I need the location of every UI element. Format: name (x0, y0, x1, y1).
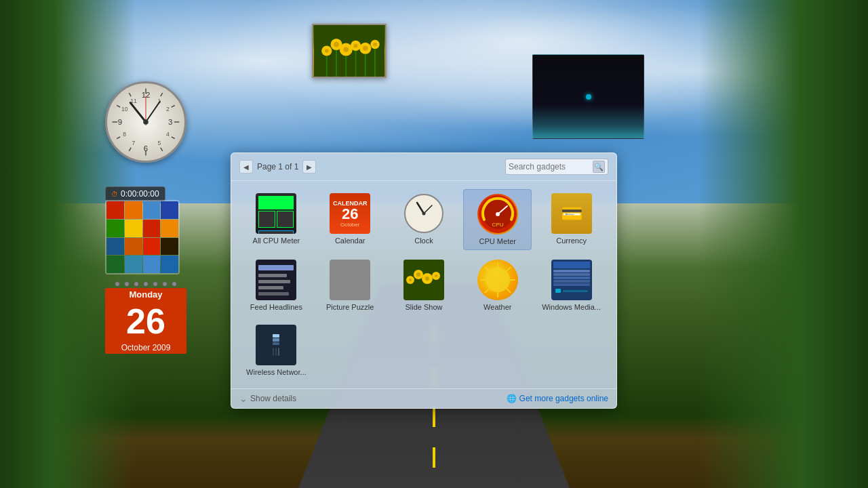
svg-line-72 (507, 267, 511, 271)
prev-page-button[interactable]: ◀ (239, 160, 253, 174)
gadget-item-slide-show[interactable]: Slide Show (390, 256, 458, 315)
gadget-item-label: Windows Media... (542, 303, 601, 311)
svg-line-5 (161, 148, 163, 151)
gadget-item-label: Calendar (335, 237, 366, 245)
wireless-bar (273, 334, 279, 338)
svg-text:9: 9 (118, 118, 122, 126)
wireless-bar (273, 342, 279, 345)
svg-text:6: 6 (144, 144, 148, 152)
svg-line-24 (130, 103, 146, 123)
globe-icon: 🌐 (507, 394, 517, 403)
gadget-item-currency[interactable]: 💳 Currency (537, 189, 606, 250)
timer-icon: ⏱ (111, 190, 118, 198)
svg-text:8: 8 (123, 131, 126, 138)
feed-line (258, 274, 287, 277)
gadget-item-feed-headlines[interactable]: Feed Headlines (242, 256, 311, 315)
svg-point-65 (486, 268, 510, 292)
svg-line-8 (117, 137, 120, 139)
network-graph-bar (278, 348, 279, 356)
gadget-item-weather[interactable]: Weather (463, 256, 532, 315)
svg-line-7 (129, 148, 131, 151)
gadget-item-wireless-network[interactable]: Wireless Networ... (242, 321, 311, 380)
next-page-button[interactable]: ▶ (302, 160, 316, 174)
gadget-item-windows-media[interactable]: Windows Media... (537, 256, 606, 315)
spiral-hole (143, 281, 149, 287)
feed-line (258, 265, 294, 270)
wm-line (553, 280, 590, 283)
spiral-hole (134, 281, 139, 287)
spiral-hole (153, 281, 158, 287)
spiral-hole (115, 281, 120, 287)
gadget-item-all-cpu-meter[interactable]: CPU Usage All CPU Meter (242, 189, 311, 250)
page-label: Page 1 of 1 (257, 162, 298, 171)
get-more-gadgets-link[interactable]: 🌐 Get more gadgets online (507, 394, 608, 403)
wm-line (553, 270, 590, 272)
wm-progress (563, 290, 588, 292)
gadget-item-label: Currency (556, 237, 587, 245)
gadget-item-label: Feed Headlines (250, 303, 302, 311)
gadget-item-picture-puzzle[interactable]: Picture Puzzle (316, 256, 384, 315)
feed-line (258, 292, 288, 296)
windows-media-icon (551, 260, 592, 300)
slide-show-icon (403, 260, 444, 300)
wm-header (553, 262, 590, 268)
puzzle-cell (125, 201, 142, 219)
gadget-item-calendar[interactable]: CALENDAR 26 October Calendar (316, 189, 384, 250)
calendar-month-year: October 2009 (105, 342, 186, 354)
puzzle-cell (106, 238, 124, 256)
svg-text:CPU: CPU (492, 222, 503, 228)
feed-line (258, 286, 283, 289)
gadget-item-label: CPU Meter (479, 237, 516, 245)
svg-point-63 (425, 277, 429, 281)
network-graph-bar (273, 348, 274, 356)
gadget-item-label: Slide Show (405, 303, 442, 311)
spiral-hole (162, 281, 167, 287)
picture-puzzle-icon (330, 260, 370, 300)
show-details-button[interactable]: ⌄ Show details (239, 393, 296, 404)
panel-navigation: ◀ Page 1 of 1 ▶ (239, 160, 316, 174)
svg-point-37 (343, 47, 349, 52)
search-box[interactable]: 🔍 (505, 159, 608, 175)
timer-time: 0:00:00:00 (121, 189, 159, 199)
svg-line-10 (117, 105, 120, 107)
gadget-item-clock[interactable]: Clock (390, 189, 458, 250)
currency-icon: 💳 (551, 193, 592, 234)
svg-point-40 (373, 43, 377, 47)
svg-line-4 (172, 137, 175, 139)
panel-bottombar: ⌄ Show details 🌐 Get more gadgets online (231, 388, 616, 408)
svg-text:2: 2 (166, 106, 170, 113)
currency-symbol: 💳 (561, 203, 583, 224)
svg-point-54 (496, 212, 500, 216)
search-button[interactable]: 🔍 (593, 161, 605, 173)
all-cpu-meter-icon: CPU Usage (256, 193, 296, 234)
svg-point-36 (334, 42, 339, 47)
svg-line-25 (146, 102, 160, 122)
gadget-item-cpu-meter[interactable]: CPU CPU Meter (463, 189, 532, 250)
search-input[interactable] (509, 162, 590, 171)
svg-line-73 (485, 289, 489, 293)
timer-gadget: ⏱ 0:00:00:00 (105, 186, 165, 201)
media-loading-dot (586, 94, 591, 100)
svg-line-1 (161, 93, 163, 96)
panel-topbar: ◀ Page 1 of 1 ▶ 🔍 (231, 153, 616, 181)
puzzle-cell (125, 220, 142, 237)
svg-line-71 (507, 289, 511, 293)
svg-text:5: 5 (158, 140, 161, 146)
search-icon: 🔍 (594, 163, 604, 171)
puzzle-cell (161, 256, 178, 273)
cpu-meter-icon: CPU (477, 194, 518, 235)
calendar-day-name: Monday (105, 288, 186, 301)
svg-point-61 (409, 279, 412, 281)
svg-point-38 (354, 44, 358, 48)
svg-point-39 (363, 45, 368, 51)
windows-media-desktop-gadget (532, 54, 644, 139)
puzzle-cell (161, 220, 178, 237)
network-graph-bar (275, 348, 277, 356)
clock-icon (403, 193, 444, 234)
puzzle-cell (143, 256, 161, 273)
wm-control (555, 289, 561, 293)
get-more-label: Get more gadgets online (519, 394, 608, 403)
puzzle-cell (106, 220, 124, 237)
svg-text:4: 4 (166, 131, 170, 138)
wm-line (553, 283, 590, 286)
